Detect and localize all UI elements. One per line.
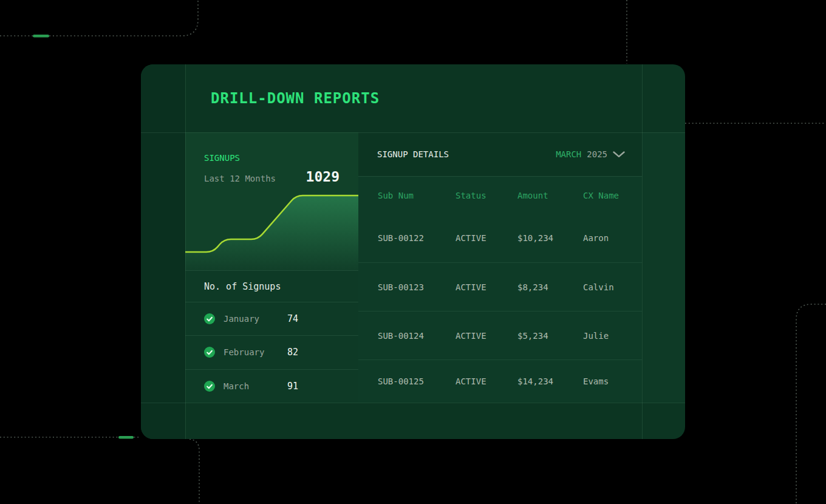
decor-green-dash-bottom <box>118 436 134 439</box>
page: DRILL-DOWN REPORTS SIGNUPS Last 12 Month… <box>0 0 826 504</box>
card-footer <box>141 403 685 439</box>
cell-cx-name: Aaron <box>583 233 642 243</box>
month-row-march[interactable]: March 91 <box>185 369 358 403</box>
chevron-down-icon <box>613 151 625 158</box>
cell-amount: $8,234 <box>517 282 583 292</box>
cell-status: ACTIVE <box>456 376 517 386</box>
divider-horizontal-bottom <box>141 403 685 403</box>
column-status: Status <box>456 191 517 200</box>
month-label: February <box>224 347 279 357</box>
column-amount: Amount <box>517 191 583 200</box>
cell-sub-num: SUB-00124 <box>378 331 456 341</box>
decor-green-dash-top <box>33 35 49 38</box>
month-row-february[interactable]: February 82 <box>185 335 358 369</box>
signups-panel: SIGNUPS Last 12 Months 1029 <box>185 132 358 270</box>
signups-panel-head: SIGNUPS Last 12 Months 1029 <box>185 132 358 185</box>
divider-vertical-left <box>185 64 186 439</box>
column-cx-name: CX Name <box>583 191 642 200</box>
month-label: January <box>224 314 279 324</box>
month-value: 82 <box>287 347 358 358</box>
right-gutter <box>643 132 685 403</box>
column-sub-num: Sub Num <box>378 191 456 200</box>
month-value: 91 <box>287 381 358 392</box>
check-icon <box>204 347 215 358</box>
table-row[interactable]: SUB-00125 ACTIVE $14,234 Evams <box>358 359 642 403</box>
signup-details-header: SIGNUP DETAILS MARCH 2025 <box>358 132 642 176</box>
cell-amount: $5,234 <box>517 331 583 341</box>
table-row[interactable]: SUB-00122 ACTIVE $10,234 Aaron <box>358 214 642 262</box>
cell-amount: $10,234 <box>517 233 583 243</box>
signups-month-list: January 74 February 82 March 91 <box>185 302 358 403</box>
signups-total: 1029 <box>306 169 340 185</box>
decor-bottom-curve-line <box>189 439 199 504</box>
decor-bottom-right-line <box>796 304 826 504</box>
cell-cx-name: Calvin <box>583 282 642 292</box>
cell-status: ACTIVE <box>456 282 517 292</box>
signups-subtitle: Last 12 Months <box>204 174 276 183</box>
signups-list-header: No. of Signups <box>185 270 358 302</box>
check-icon <box>204 313 215 324</box>
page-title: DRILL-DOWN REPORTS <box>141 90 380 107</box>
cell-sub-num: SUB-00125 <box>378 376 456 386</box>
period-month: MARCH <box>556 149 581 159</box>
table-row[interactable]: SUB-00123 ACTIVE $8,234 Calvin <box>358 262 642 311</box>
month-row-january[interactable]: January 74 <box>185 302 358 335</box>
period-year: 2025 <box>587 149 607 159</box>
report-card: DRILL-DOWN REPORTS SIGNUPS Last 12 Month… <box>141 64 685 439</box>
check-icon <box>204 381 215 392</box>
cell-amount: $14,234 <box>517 376 583 386</box>
cell-sub-num: SUB-00122 <box>378 233 456 243</box>
cell-cx-name: Evams <box>583 376 642 386</box>
table-body: SUB-00122 ACTIVE $10,234 Aaron SUB-00123… <box>358 214 642 403</box>
card-header: DRILL-DOWN REPORTS <box>141 64 685 132</box>
signup-details-title: SIGNUP DETAILS <box>377 149 449 159</box>
table-row[interactable]: SUB-00124 ACTIVE $5,234 Julie <box>358 311 642 359</box>
divider-vertical-right <box>642 64 643 439</box>
decor-top-left-line <box>0 0 198 36</box>
divider-horizontal-top <box>141 132 685 133</box>
cell-status: ACTIVE <box>456 331 517 341</box>
month-label: March <box>224 381 279 391</box>
cell-status: ACTIVE <box>456 233 517 243</box>
cell-sub-num: SUB-00123 <box>378 282 456 292</box>
signups-title: SIGNUPS <box>204 152 340 164</box>
cell-cx-name: Julie <box>583 331 642 341</box>
period-dropdown[interactable]: MARCH 2025 <box>556 149 625 159</box>
table-column-header: Sub Num Status Amount CX Name <box>358 176 642 214</box>
month-value: 74 <box>287 313 358 324</box>
